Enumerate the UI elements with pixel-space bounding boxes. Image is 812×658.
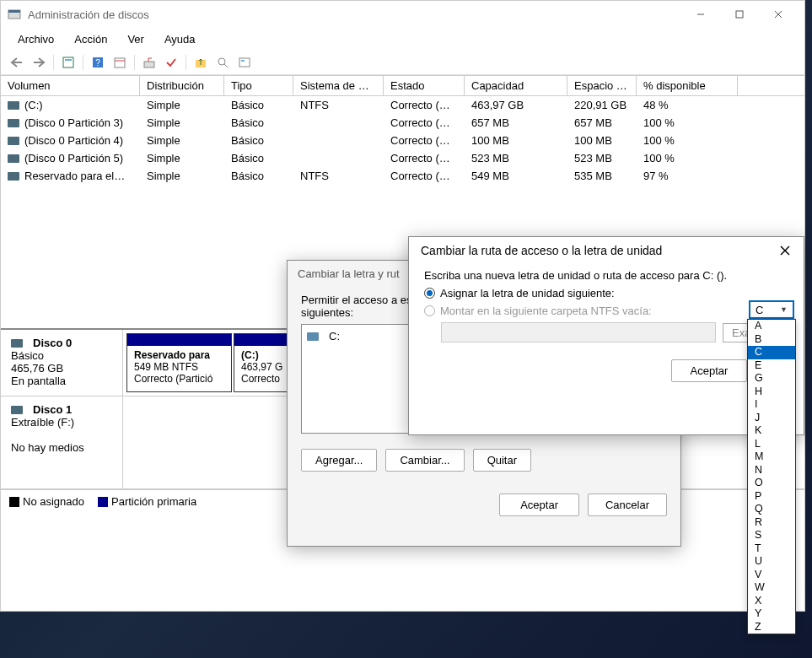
remove-button[interactable]: Quitar	[473, 449, 531, 472]
table-row[interactable]: (C:) Simple Básico NTFS Correcto (… 463,…	[1, 96, 804, 114]
dropdown-option[interactable]: S	[748, 529, 795, 542]
separator	[134, 55, 135, 70]
menu-archivo[interactable]: Archivo	[8, 30, 64, 49]
selected-value: C	[756, 304, 763, 316]
cell-sist	[293, 115, 384, 131]
svg-rect-10	[115, 58, 125, 67]
cell-est: Correcto (…	[384, 115, 465, 131]
partition-reserved[interactable]: Reservado para 549 MB NTFS Correcto (Par…	[126, 333, 232, 392]
col-sistema[interactable]: Sistema de …	[293, 76, 384, 95]
ok-button[interactable]: Aceptar	[671, 359, 748, 382]
change-button[interactable]: Cambiar...	[385, 449, 464, 472]
cell-volumen: Reservado para el…	[24, 170, 125, 182]
drive-letter-select[interactable]: C ▼	[749, 300, 794, 319]
dropdown-option[interactable]: J	[748, 412, 795, 425]
dropdown-option[interactable]: V	[748, 569, 795, 582]
back-icon[interactable]	[8, 54, 26, 71]
dropdown-option[interactable]: K	[748, 424, 795, 438]
dropdown-option[interactable]: B	[748, 333, 795, 347]
dropdown-option[interactable]: G	[748, 372, 795, 386]
separator	[83, 55, 83, 70]
svg-rect-16	[239, 58, 250, 67]
dropdown-option[interactable]: A	[748, 320, 795, 333]
refresh-icon[interactable]	[59, 54, 78, 71]
col-volumen[interactable]: Volumen	[1, 76, 140, 95]
option-label: Asignar la letra de unidad siguiente:	[440, 287, 615, 299]
add-button[interactable]: Agregar...	[301, 449, 377, 472]
help-icon[interactable]: ?	[89, 54, 107, 71]
app-icon	[8, 8, 21, 21]
menu-ver[interactable]: Ver	[117, 30, 154, 49]
cancel-button[interactable]: Cancelar	[588, 494, 667, 516]
dropdown-option[interactable]: H	[748, 386, 795, 399]
partition-size: 463,97 G	[241, 361, 285, 373]
cell-sist	[293, 150, 384, 166]
dropdown-option[interactable]: O	[748, 477, 795, 490]
folder-up-icon[interactable]	[191, 54, 210, 71]
table-row[interactable]: Reservado para el… Simple Básico NTFS Co…	[1, 167, 804, 185]
dropdown-option[interactable]: T	[748, 542, 795, 556]
col-disponible[interactable]: % disponible	[637, 76, 738, 95]
drive-letter-dropdown[interactable]: ABCEGHIJKLMNOPQRSTUVWXYZ	[747, 319, 796, 634]
cell-cap: 523 MB	[465, 150, 567, 166]
dropdown-option[interactable]: Q	[748, 503, 795, 516]
item-label: C:	[329, 330, 340, 342]
svg-rect-12	[144, 62, 154, 67]
menu-ayuda[interactable]: Ayuda	[154, 30, 206, 49]
action1-icon[interactable]	[140, 54, 159, 71]
dropdown-option[interactable]: L	[748, 438, 795, 451]
dropdown-option[interactable]: R	[748, 516, 795, 530]
dropdown-option[interactable]: Z	[748, 621, 795, 634]
dropdown-option[interactable]: U	[748, 555, 795, 569]
col-tipo[interactable]: Tipo	[224, 76, 293, 95]
col-estado[interactable]: Estado	[384, 76, 465, 95]
col-capacidad[interactable]: Capacidad	[465, 76, 567, 95]
dropdown-option[interactable]: C	[748, 346, 795, 359]
dropdown-option[interactable]: Y	[748, 607, 795, 621]
partition-c[interactable]: (C:) 463,97 G Correcto	[234, 333, 293, 392]
folder-path-input	[441, 322, 716, 342]
table-row[interactable]: (Disco 0 Partición 5) Simple Básico Corr…	[1, 149, 804, 167]
minimize-button[interactable]	[681, 2, 720, 27]
svg-point-14	[218, 58, 225, 65]
cell-sist: NTFS	[293, 168, 384, 184]
dropdown-option[interactable]: P	[748, 490, 795, 504]
search-icon[interactable]	[213, 54, 232, 71]
close-button[interactable]	[759, 2, 798, 27]
table-row[interactable]: (Disco 0 Partición 4) Simple Básico Corr…	[1, 132, 804, 149]
col-espacio[interactable]: Espacio …	[567, 76, 637, 95]
partition-header	[234, 334, 292, 346]
properties-icon[interactable]	[235, 54, 254, 71]
cell-esp: 657 MB	[567, 115, 637, 131]
cell-est: Correcto (…	[384, 132, 465, 148]
forward-icon[interactable]	[30, 54, 48, 71]
radio-icon	[424, 305, 435, 316]
dropdown-option[interactable]: I	[748, 398, 795, 412]
dropdown-option[interactable]: M	[748, 450, 795, 464]
dropdown-option[interactable]: N	[748, 464, 795, 477]
dropdown-option[interactable]: E	[748, 359, 795, 373]
close-button[interactable]	[778, 244, 792, 257]
svg-rect-7	[65, 59, 72, 61]
cell-pct: 100 %	[637, 115, 738, 131]
check-icon[interactable]	[162, 54, 180, 71]
table-row[interactable]: (Disco 0 Partición 3) Simple Básico Corr…	[1, 114, 804, 132]
ok-button[interactable]: Aceptar	[499, 494, 579, 516]
chevron-down-icon: ▼	[780, 305, 788, 314]
maximize-button[interactable]	[720, 2, 759, 27]
assign-letter-option[interactable]: Asignar la letra de unidad siguiente:	[424, 287, 788, 299]
cell-esp: 523 MB	[567, 150, 637, 166]
mount-folder-option[interactable]: Montar en la siguiente carpeta NTFS vací…	[424, 305, 788, 317]
dropdown-option[interactable]: X	[748, 595, 795, 608]
cell-esp: 100 MB	[567, 132, 637, 148]
menubar: Archivo Acción Ver Ayuda	[1, 28, 804, 51]
col-distribucion[interactable]: Distribución	[140, 76, 224, 95]
dropdown-option[interactable]: W	[748, 581, 795, 595]
cell-dist: Simple	[140, 132, 224, 148]
cell-volumen: (C:)	[24, 99, 43, 111]
calendar-icon[interactable]	[110, 54, 129, 71]
menu-accion[interactable]: Acción	[64, 30, 117, 49]
cell-cap: 463,97 GB	[465, 97, 567, 113]
change-path-dialog: Cambiar la ruta de acceso o la letra de …	[408, 236, 804, 435]
partition-name: Reservado para	[134, 349, 224, 361]
